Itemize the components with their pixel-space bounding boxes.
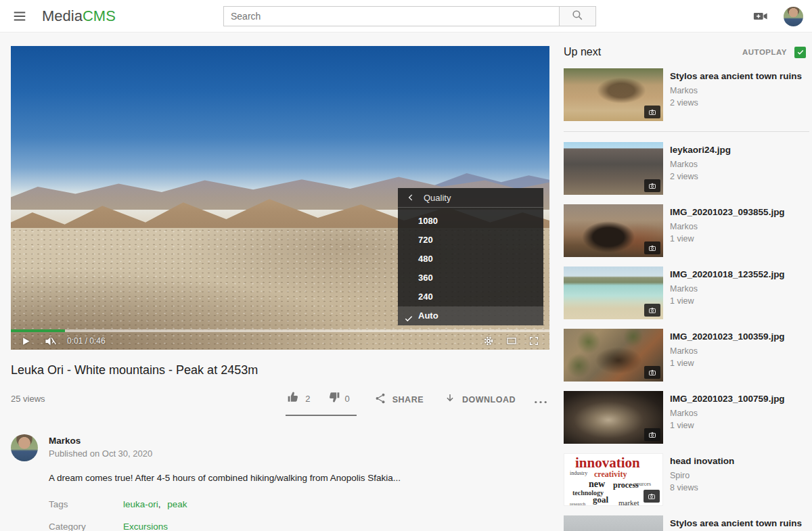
image-type-badge [644,304,660,317]
sidebar-header: Up next AUTOPLAY [564,46,809,58]
tag-separator: , [158,499,161,509]
up-next-item[interactable]: IMG_20201018_123552.jpg Markos 1 view [564,267,809,319]
quality-menu-title: Quality [424,193,451,203]
up-next-title: Up next [564,46,601,58]
quality-menu: Quality 1080 720 480 360 240 Auto [398,188,543,325]
category-link[interactable]: Excursions [123,522,168,531]
views-count: 25 views [11,388,45,404]
thumbnail-stylos-ruins [564,68,663,121]
rating-group: 2 0 [286,390,356,416]
time-display: 0:01 / 0:46 [67,336,106,346]
up-next-item[interactable]: IMG_20201023_093855.jpg Markos 1 view [564,204,809,257]
author-name[interactable]: Markos [49,436,152,446]
item-title: IMG_20201018_123552.jpg [670,269,785,280]
image-type-badge [644,366,660,379]
wordcloud-word: research [570,501,585,506]
search-input[interactable] [223,6,560,26]
item-title: IMG_20201023_093855.jpg [670,206,785,218]
item-info: leykaori24.jpg Markos 2 views [670,142,731,195]
image-type-badge [644,106,660,118]
wordcloud-word: new [589,479,605,490]
item-author: Markos [670,346,785,356]
search-icon [571,9,584,24]
video-player[interactable]: Quality 1080 720 480 360 240 Auto [11,46,549,350]
search-button[interactable] [560,6,596,26]
logo[interactable]: MediaCMS [42,7,116,25]
dislike-button[interactable]: 0 [327,390,350,407]
camera-icon [647,492,656,501]
user-avatar[interactable] [784,7,803,26]
like-button[interactable]: 2 [287,390,310,407]
tags-values: leuka-ori, peak [123,499,187,509]
check-icon [404,311,413,321]
ellipsis-icon [533,396,548,407]
item-info: IMG_20201023_100359.jpg Markos 1 view [670,329,785,382]
item-title: head inovation [670,455,734,467]
fullscreen-icon[interactable] [528,336,539,346]
wordcloud-word: creativity [594,469,627,480]
settings-gear-icon[interactable] [483,336,494,346]
up-next-item[interactable]: leykaori24.jpg Markos 2 views [564,142,809,195]
item-title: leykaori24.jpg [670,144,731,156]
item-author: Spiro [670,471,734,480]
item-author: Markos [670,222,785,231]
logo-cms: CMS [83,7,116,24]
download-button[interactable]: DOWNLOAD [444,390,516,407]
media-title: Leuka Ori - White mountains - Peak at 24… [11,363,549,377]
quality-option-240[interactable]: 240 [398,287,543,306]
category-row: Category Excursions [49,522,549,531]
theater-mode-icon[interactable] [505,336,518,346]
tags-label: Tags [49,499,123,509]
thumbnail-leykaori24 [564,142,663,195]
quality-menu-back[interactable]: Quality [398,188,543,208]
author-info: Markos Published on Oct 30, 2020 [49,434,152,461]
thumbnail-innovation-wordcloud: innovation industry creativity new proce… [564,453,663,506]
tag-link-leuka-ori[interactable]: leuka-ori [123,499,158,509]
action-bar: 2 0 SHARE [286,388,549,416]
quality-option-720[interactable]: 720 [398,231,543,250]
page-content: Quality 1080 720 480 360 240 Auto [0,32,812,531]
thumbnail-cave-dwelling [564,204,663,257]
hamburger-menu-icon[interactable] [12,9,27,24]
quality-option-480[interactable]: 480 [398,250,543,269]
camera-icon [648,369,657,377]
autoplay-checkbox[interactable] [794,47,806,58]
chevron-left-icon [406,193,415,202]
up-next-item[interactable]: Stylos area ancient town ruins Markos 2 … [564,68,809,132]
up-next-item[interactable]: innovation industry creativity new proce… [564,453,809,506]
author-row: Markos Published on Oct 30, 2020 [11,434,549,461]
thumbnail-rocky-cliff [564,329,663,382]
camera-icon [648,306,657,315]
up-next-item[interactable]: IMG_20201023_100759.jpg Markos 1 view [564,391,809,444]
item-info: Stylos area ancient town ruins Markos 2 … [670,68,802,121]
more-options-button[interactable] [533,390,548,408]
item-views: 8 views [670,483,734,492]
up-next-item[interactable]: Stylos area ancient town ruins [564,515,809,531]
download-arrow-icon [444,392,456,407]
item-title: Stylos area ancient town ruins [670,70,802,82]
item-info: IMG_20201023_093855.jpg Markos 1 view [670,204,785,257]
search-bar [223,6,596,26]
camera-icon [648,182,657,190]
video-controls: 0:01 / 0:46 [11,332,549,350]
camera-icon [648,108,657,116]
quality-option-auto[interactable]: Auto [398,306,543,325]
play-button[interactable] [21,336,31,346]
item-info: IMG_20201023_100759.jpg Markos 1 view [670,391,785,444]
author-avatar[interactable] [11,434,38,461]
upload-media-button[interactable] [752,9,769,24]
wordcloud-word: goal [593,494,608,505]
share-button[interactable]: SHARE [374,390,424,407]
image-type-badge [644,490,660,503]
item-info: head inovation Spiro 8 views [670,453,734,506]
quality-option-1080[interactable]: 1080 [398,212,543,231]
up-next-item[interactable]: IMG_20201023_100359.jpg Markos 1 view [564,329,809,382]
camera-icon [648,431,657,439]
item-info: Stylos area ancient town ruins [670,515,802,531]
tags-row: Tags leuka-ori, peak [49,499,549,509]
mute-button[interactable] [44,335,57,348]
share-icon [374,392,386,407]
quality-option-360[interactable]: 360 [398,269,543,287]
item-views: 2 views [670,172,731,181]
tag-link-peak[interactable]: peak [167,499,187,509]
